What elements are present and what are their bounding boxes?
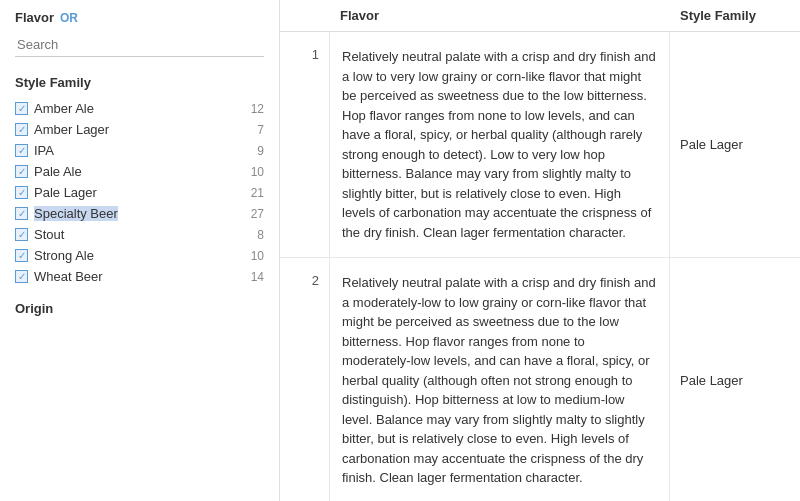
filter-label: Wheat Beer (34, 269, 103, 284)
table-row: 1Relatively neutral palate with a crisp … (280, 32, 800, 258)
filter-label: Amber Ale (34, 101, 94, 116)
filter-checkbox[interactable] (15, 102, 28, 115)
filter-checkbox[interactable] (15, 165, 28, 178)
filter-count: 8 (257, 228, 264, 242)
origin-title: Origin (15, 301, 264, 316)
filter-item[interactable]: Wheat Beer14 (15, 266, 264, 287)
cell-flavor: Relatively neutral palate with a crisp a… (330, 32, 670, 257)
filter-checkbox[interactable] (15, 249, 28, 262)
table-header: Flavor Style Family (280, 0, 800, 32)
col-num-header (280, 8, 330, 23)
cell-num: 2 (280, 258, 330, 501)
filter-count: 27 (251, 207, 264, 221)
filter-count: 21 (251, 186, 264, 200)
flavor-or-label: OR (60, 11, 78, 25)
style-family-title: Style Family (15, 75, 264, 90)
filter-label: Stout (34, 227, 64, 242)
filter-label: Pale Ale (34, 164, 82, 179)
filter-item[interactable]: Pale Lager21 (15, 182, 264, 203)
filter-count: 12 (251, 102, 264, 116)
filter-item[interactable]: Specialty Beer27 (15, 203, 264, 224)
filter-checkbox[interactable] (15, 123, 28, 136)
filter-label: Specialty Beer (34, 206, 118, 221)
filter-checkbox[interactable] (15, 270, 28, 283)
flavor-title: Flavor (15, 10, 54, 25)
table-body: 1Relatively neutral palate with a crisp … (280, 32, 800, 501)
filter-item[interactable]: Amber Lager7 (15, 119, 264, 140)
filter-checkbox[interactable] (15, 144, 28, 157)
table-row: 2Relatively neutral palate with a crisp … (280, 258, 800, 501)
filter-checkbox[interactable] (15, 207, 28, 220)
filter-item[interactable]: Stout8 (15, 224, 264, 245)
search-input[interactable] (15, 33, 264, 57)
filter-list: Amber Ale12Amber Lager7IPA9Pale Ale10Pal… (15, 98, 264, 287)
filter-item[interactable]: Amber Ale12 (15, 98, 264, 119)
col-style-header: Style Family (670, 8, 800, 23)
filter-item[interactable]: IPA9 (15, 140, 264, 161)
filter-label: Amber Lager (34, 122, 109, 137)
filter-count: 10 (251, 249, 264, 263)
filter-label: Strong Ale (34, 248, 94, 263)
filter-label: Pale Lager (34, 185, 97, 200)
filter-count: 7 (257, 123, 264, 137)
filter-label: IPA (34, 143, 54, 158)
col-flavor-header: Flavor (330, 8, 670, 23)
cell-style: Pale Lager (670, 258, 800, 501)
filter-item[interactable]: Pale Ale10 (15, 161, 264, 182)
filter-count: 14 (251, 270, 264, 284)
filter-checkbox[interactable] (15, 228, 28, 241)
main-content: Flavor Style Family 1Relatively neutral … (280, 0, 800, 501)
filter-item[interactable]: Strong Ale10 (15, 245, 264, 266)
filter-count: 10 (251, 165, 264, 179)
filter-checkbox[interactable] (15, 186, 28, 199)
cell-style: Pale Lager (670, 32, 800, 257)
filter-count: 9 (257, 144, 264, 158)
sidebar: Flavor OR Style Family Amber Ale12Amber … (0, 0, 280, 501)
cell-num: 1 (280, 32, 330, 257)
flavor-filter-header: Flavor OR (15, 10, 264, 25)
cell-flavor: Relatively neutral palate with a crisp a… (330, 258, 670, 501)
